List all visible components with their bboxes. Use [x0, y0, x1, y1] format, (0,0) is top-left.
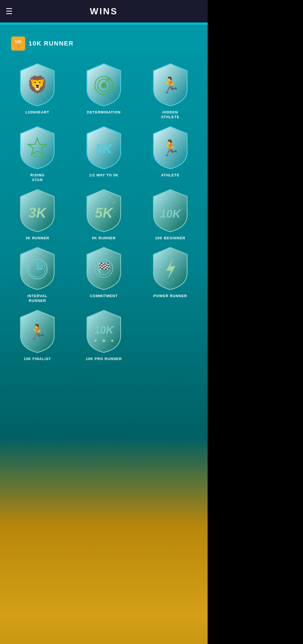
- badge-hidden-athlete-label: HIDDENATHLETE: [161, 110, 180, 120]
- badge-halfway-5k-shield: 5K: [84, 125, 123, 170]
- badge-rising-star-label: RISINGSTAR: [30, 173, 45, 183]
- badge-3k-runner-label: 3K RUNNER: [26, 236, 49, 241]
- svg-text:3K: 3K: [28, 205, 47, 221]
- main-content: 10K 🏃 10K RUNNER 🦁: [0, 25, 208, 615]
- badge-10k-finalist-shield: 🏃: [18, 309, 57, 354]
- badge-10k-pro-runner-shield: 10K ★ ★ ★: [84, 309, 123, 354]
- badge-3k-runner[interactable]: 3K 3K RUNNER: [6, 188, 69, 241]
- badge-rising-star[interactable]: RISINGSTAR: [6, 125, 69, 183]
- badge-3k-runner-shield: 3K: [18, 188, 57, 233]
- category-icon: 10K 🏃: [11, 37, 25, 51]
- badge-commitment-label: COMMITMENT: [90, 294, 118, 299]
- svg-text:🏃: 🏃: [28, 323, 47, 341]
- svg-text:5K: 5K: [96, 142, 113, 156]
- badge-determination-shield: [84, 62, 123, 107]
- badge-interval-runner-shield: [18, 246, 57, 291]
- badge-determination[interactable]: DETERMINATION: [72, 62, 136, 120]
- svg-text:🏃: 🏃: [17, 44, 20, 48]
- badge-10k-pro-runner-label: 10K PRO RUNNER: [86, 357, 122, 361]
- badge-5k-runner-label: 5K RUNNER: [92, 236, 116, 241]
- badge-hidden-athlete-shield: 🏃: [151, 62, 190, 107]
- badge-10k-beginner-shield: 10K: [151, 188, 190, 233]
- svg-text:★: ★: [93, 338, 97, 343]
- page-title: WINS: [90, 6, 118, 17]
- svg-point-6: [101, 83, 107, 88]
- badge-interval-runner[interactable]: INTERVALRUNNER: [6, 246, 69, 303]
- badge-commitment-shield: 🏁: [84, 246, 123, 291]
- badge-athlete[interactable]: 🏃 ATHLETE: [138, 125, 202, 183]
- svg-text:10K: 10K: [160, 208, 181, 220]
- svg-text:🏁: 🏁: [97, 262, 111, 275]
- category-header: 10K 🏃 10K RUNNER: [6, 33, 202, 54]
- badge-lionheart-shield: 🦁: [18, 62, 57, 107]
- badge-lionheart[interactable]: 🦁 LIONHEART: [6, 62, 69, 120]
- teal-divider: [0, 22, 208, 25]
- app-header: ☰ WINS: [0, 0, 208, 22]
- svg-text:10K: 10K: [15, 39, 22, 44]
- badge-power-runner-label: POWER RUNNER: [153, 294, 187, 299]
- badge-10k-pro-runner[interactable]: 10K ★ ★ ★ 10K PRO RUNNER: [72, 309, 136, 361]
- badge-10k-finalist[interactable]: 🏃 10K FINALIST: [6, 309, 69, 361]
- badge-athlete-shield: 🏃: [151, 125, 190, 170]
- badge-athlete-label: ATHLETE: [161, 173, 180, 178]
- badge-5k-runner-shield: 5K: [84, 188, 123, 233]
- svg-text:5K: 5K: [95, 205, 114, 221]
- badge-halfway-5k[interactable]: 5K 1/2 WAY TO 5K: [72, 125, 136, 183]
- badge-10k-beginner[interactable]: 10K 10K BEGINNER: [138, 188, 202, 241]
- category-title: 10K RUNNER: [29, 40, 74, 47]
- badge-hidden-athlete[interactable]: 🏃 HIDDENATHLETE: [138, 62, 202, 120]
- svg-text:10K: 10K: [94, 324, 114, 336]
- bottom-area: [0, 615, 208, 644]
- badge-lionheart-label: LIONHEART: [26, 110, 49, 115]
- badge-5k-runner[interactable]: 5K 5K RUNNER: [72, 188, 136, 241]
- badge-determination-label: DETERMINATION: [87, 110, 121, 115]
- badge-rising-star-shield: [18, 125, 57, 170]
- badge-grid: 🦁 LIONHEART: [6, 62, 202, 361]
- svg-text:★: ★: [101, 338, 106, 344]
- svg-text:🏃: 🏃: [160, 139, 180, 157]
- svg-text:🦁: 🦁: [27, 75, 48, 95]
- badge-power-runner-shield: [151, 246, 190, 291]
- badge-10k-finalist-label: 10K FINALIST: [24, 357, 51, 361]
- badge-commitment[interactable]: 🏁 COMMITMENT: [72, 246, 136, 303]
- badge-power-runner[interactable]: POWER RUNNER: [138, 246, 202, 303]
- badge-10k-beginner-label: 10K BEGINNER: [155, 236, 185, 241]
- badge-halfway-5k-label: 1/2 WAY TO 5K: [89, 173, 119, 178]
- svg-text:★: ★: [110, 338, 114, 343]
- menu-icon[interactable]: ☰: [6, 7, 13, 16]
- badge-interval-runner-label: INTERVALRUNNER: [27, 294, 47, 303]
- svg-text:🏃: 🏃: [160, 76, 180, 94]
